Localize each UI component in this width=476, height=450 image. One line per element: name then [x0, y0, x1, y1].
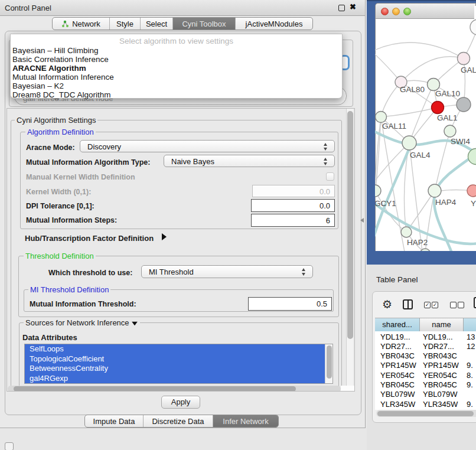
network-node-gal7[interactable]: [458, 53, 470, 65]
table-row[interactable]: YLR345WYLR345W9.: [375, 399, 476, 409]
mac-zoom-button[interactable]: [403, 8, 411, 15]
select-all-icon[interactable]: ✓: [424, 302, 431, 308]
table-horizontal-scrollbar[interactable]: [376, 410, 476, 417]
table-row[interactable]: YBR043CYBR043C: [375, 351, 476, 360]
network-edge[interactable]: [375, 190, 406, 232]
network-node-y[interactable]: [467, 185, 476, 197]
mac-minimize-button[interactable]: [392, 8, 400, 15]
settings-horizontal-scrollbar[interactable]: [8, 386, 341, 392]
data-attributes-label: Data Attributes: [22, 333, 77, 342]
table-row[interactable]: YDL19...YDL19...13: [375, 332, 476, 341]
table-cell: YER054C: [423, 371, 457, 380]
scrollbar-thumb[interactable]: [327, 345, 332, 379]
settings-vertical-scrollbar[interactable]: [346, 109, 353, 386]
collapsed-panel-icon[interactable]: [5, 442, 14, 450]
dpi-tolerance-field[interactable]: 0.0: [251, 199, 335, 212]
column-header[interactable]: name: [420, 318, 464, 331]
deselect-all-icon2[interactable]: [458, 302, 464, 308]
algorithm-option[interactable]: ARACNE Algorithm: [12, 64, 86, 73]
algorithm-option[interactable]: Bayesian – Hill Climbing: [12, 46, 99, 55]
tab-select[interactable]: Select: [141, 18, 173, 30]
algorithm-option[interactable]: Basic Correlation Inference: [12, 55, 109, 64]
table-row[interactable]: YBR045CYBR045C9.: [375, 380, 476, 389]
which-threshold-combobox[interactable]: MI Threshold: [141, 265, 313, 278]
table-header: shared...name: [375, 318, 476, 331]
table-cell: YDL19...: [380, 332, 410, 341]
algorithm-option[interactable]: Mutual Information Inference: [12, 73, 114, 81]
combobox-value: MI Threshold: [149, 268, 194, 276]
table-cell: YBR043C: [423, 351, 457, 360]
kernel-width-field[interactable]: 0.0: [252, 185, 335, 197]
expand-arrow-icon[interactable]: [162, 233, 167, 240]
network-node-gcy1[interactable]: [375, 185, 381, 197]
mac-close-button[interactable]: [381, 8, 389, 15]
scrollbar-thumb[interactable]: [377, 411, 474, 416]
columns-icon[interactable]: [403, 299, 413, 309]
network-edge[interactable]: [375, 47, 401, 82]
tab-impute-data[interactable]: Impute Data: [85, 415, 144, 427]
tab-style[interactable]: Style: [110, 18, 141, 30]
attribute-item[interactable]: SelfLoops: [25, 344, 325, 354]
network-node-gal4[interactable]: [402, 136, 416, 150]
mi-threshold-field[interactable]: 0.5: [248, 297, 332, 311]
apply-button[interactable]: Apply: [161, 396, 200, 409]
attribute-item[interactable]: gal4RGexp: [25, 374, 325, 384]
bottom-tabs: Impute DataDiscretize DataInfer Network: [84, 415, 279, 428]
column-header[interactable]: shared...: [375, 318, 420, 331]
network-node-gal11[interactable]: [376, 112, 387, 123]
table-cell: 9.: [467, 361, 473, 370]
manual-kernel-width-checkbox[interactable]: [326, 172, 334, 181]
network-canvas[interactable]: GAL7GAL80GAL10GAL1GAL11SWI4GAL4GCY1HAP4Y…: [375, 19, 476, 251]
group-title: MI Threshold Definition: [28, 285, 110, 294]
network-edge[interactable]: [381, 107, 438, 117]
attributes-items: SelfLoopsTopologicalCoefficientBetweenne…: [25, 344, 325, 383]
table-icon[interactable]: [474, 297, 476, 308]
close-icon[interactable]: ✖: [350, 2, 356, 11]
attribute-item[interactable]: TopologicalCoefficient: [25, 354, 325, 364]
select-all-icon2[interactable]: ✓: [432, 302, 438, 308]
network-node-gal1[interactable]: [432, 102, 444, 114]
network-window-titlebar[interactable]: [375, 3, 476, 19]
attribute-item[interactable]: BetweennessCentrality: [25, 364, 325, 374]
network-node[interactable]: [468, 149, 476, 165]
tab-jactivemnodules[interactable]: jActiveMNodules: [236, 18, 312, 30]
network-node[interactable]: [457, 97, 471, 112]
network-node[interactable]: [470, 19, 476, 35]
list-vertical-scrollbar[interactable]: [325, 344, 332, 383]
scrollbar-thumb[interactable]: [347, 111, 353, 339]
table-cell: YBR045C: [380, 380, 415, 389]
node-label: GCY1: [375, 199, 396, 208]
tab-network[interactable]: Network: [53, 18, 110, 30]
network-edge[interactable]: [375, 43, 464, 58]
tab-cyni-toolbox[interactable]: Cyni Toolbox: [173, 18, 236, 30]
hub-definition-label[interactable]: Hub/Transcription Factor Definition: [25, 234, 154, 243]
algorithm-option[interactable]: Bayesian – K2: [12, 81, 64, 90]
network-node[interactable]: [420, 249, 431, 251]
scrollbar-thumb[interactable]: [14, 386, 296, 392]
network-node-hap4[interactable]: [428, 184, 441, 197]
aracne-mode-combobox[interactable]: Discovery: [80, 140, 335, 152]
gear-icon[interactable]: ⚙: [382, 298, 392, 311]
mi-threshold-label: Mutual Information Threshold:: [30, 300, 136, 308]
collapse-arrow-icon[interactable]: [132, 322, 138, 325]
tab-discretize-data[interactable]: Discretize Data: [144, 415, 213, 427]
table-row[interactable]: YBL079WYBL079W: [375, 389, 476, 399]
table-cell: YDR27...: [423, 342, 454, 351]
float-window-icon[interactable]: [338, 5, 345, 11]
table-row[interactable]: YDR27...YDR27...12: [375, 341, 476, 351]
table-row[interactable]: YER054CYER054C8.: [375, 370, 476, 380]
network-node-hap2[interactable]: [401, 227, 412, 237]
data-attributes-list: SelfLoopsTopologicalCoefficientBetweenne…: [24, 344, 333, 384]
column-header[interactable]: [464, 318, 476, 331]
table-row[interactable]: YPR145WYPR145W9.: [375, 360, 476, 370]
deselect-all-icon[interactable]: [450, 302, 457, 308]
mi-steps-field[interactable]: 6: [251, 214, 335, 227]
mi-algorithm-type-combobox[interactable]: Naive Bayes: [164, 155, 335, 167]
table-cell: YBL079W: [423, 390, 458, 399]
algorithm-option[interactable]: Dream8 DC_TDC Algorithm: [12, 90, 111, 99]
right-column: GAL7GAL80GAL10GAL1GAL11SWI4GAL4GCY1HAP4Y…: [367, 0, 476, 450]
network-node-swi4[interactable]: [444, 125, 456, 137]
tab-infer-network[interactable]: Infer Network: [213, 415, 278, 427]
splitter-collapse-icon[interactable]: [360, 218, 364, 223]
table-cell: YBR043C: [380, 351, 415, 360]
